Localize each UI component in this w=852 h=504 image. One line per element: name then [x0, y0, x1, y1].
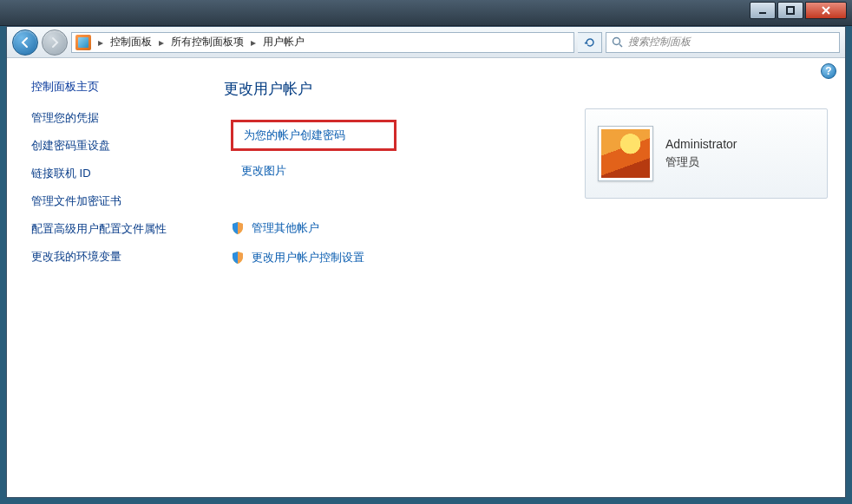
- close-icon: [821, 6, 831, 15]
- svg-rect-1: [787, 7, 794, 14]
- chevron-right-icon: ▸: [154, 36, 169, 49]
- option-label: 更改图片: [241, 163, 286, 179]
- svg-rect-0: [759, 12, 766, 14]
- sidebar-title: 控制面板主页: [31, 79, 182, 95]
- arrow-left-icon: [19, 36, 31, 49]
- main-panel: 更改用户帐户 为您的帐户创建密码 更改图片 管理其他帐户: [198, 58, 845, 497]
- sidebar-link-credentials[interactable]: 管理您的凭据: [31, 110, 182, 126]
- avatar: [598, 126, 653, 181]
- refresh-button[interactable]: [578, 32, 602, 53]
- user-role: 管理员: [665, 154, 737, 170]
- navigation-bar: ▸ 控制面板 ▸ 所有控制面板项 ▸ 用户帐户 搜索控制面板: [7, 27, 845, 58]
- option-label: 管理其他帐户: [252, 220, 319, 236]
- control-panel-icon: [75, 35, 91, 50]
- breadcrumb-item[interactable]: 所有控制面板项: [169, 35, 246, 49]
- close-button[interactable]: [805, 2, 847, 19]
- minimize-icon: [758, 6, 767, 15]
- breadcrumb-item[interactable]: 用户帐户: [261, 35, 306, 49]
- breadcrumb-item[interactable]: 控制面板: [108, 35, 154, 49]
- search-icon: [612, 36, 623, 48]
- search-placeholder: 搜索控制面板: [628, 35, 691, 49]
- chevron-right-icon: ▸: [246, 36, 261, 49]
- option-create-password[interactable]: 为您的帐户创建密码: [231, 120, 397, 151]
- option-label: 为您的帐户创建密码: [244, 128, 345, 143]
- sidebar-link-env-vars[interactable]: 更改我的环境变量: [31, 249, 182, 265]
- search-input[interactable]: 搜索控制面板: [606, 32, 840, 53]
- minimize-button[interactable]: [750, 2, 776, 19]
- maximize-icon: [786, 6, 795, 15]
- content-area: ? 控制面板主页 管理您的凭据 创建密码重设盘 链接联机 ID 管理文件加密证书…: [7, 58, 845, 497]
- back-button[interactable]: [12, 29, 38, 56]
- sidebar: 控制面板主页 管理您的凭据 创建密码重设盘 链接联机 ID 管理文件加密证书 配…: [7, 58, 198, 497]
- sidebar-link-online-id[interactable]: 链接联机 ID: [31, 166, 182, 181]
- chevron-right-icon: ▸: [93, 36, 108, 49]
- forward-button[interactable]: [42, 29, 68, 56]
- svg-point-2: [613, 38, 620, 45]
- window-body: ▸ 控制面板 ▸ 所有控制面板项 ▸ 用户帐户 搜索控制面板 ? 控制面板主页 …: [6, 26, 846, 498]
- user-meta: Administrator 管理员: [665, 137, 737, 170]
- option-change-uac[interactable]: 更改用户帐户控制设置: [231, 246, 821, 269]
- user-name: Administrator: [665, 137, 737, 151]
- address-bar[interactable]: ▸ 控制面板 ▸ 所有控制面板项 ▸ 用户帐户: [71, 32, 574, 53]
- window-titlebar: [0, 0, 852, 26]
- option-manage-other-accounts[interactable]: 管理其他帐户: [231, 217, 821, 239]
- page-heading: 更改用户帐户: [224, 79, 821, 99]
- sidebar-link-password-reset-disk[interactable]: 创建密码重设盘: [31, 138, 182, 154]
- maximize-button[interactable]: [777, 2, 803, 19]
- sidebar-link-encryption-cert[interactable]: 管理文件加密证书: [31, 193, 182, 209]
- shield-icon: [231, 221, 245, 235]
- sidebar-link-advanced-profile[interactable]: 配置高级用户配置文件属性: [31, 221, 182, 237]
- arrow-right-icon: [49, 36, 61, 49]
- shield-icon: [231, 251, 245, 265]
- refresh-icon: [584, 36, 596, 49]
- option-label: 更改用户帐户控制设置: [252, 250, 364, 265]
- avatar-image: [601, 129, 650, 178]
- current-user-card: Administrator 管理员: [585, 108, 828, 199]
